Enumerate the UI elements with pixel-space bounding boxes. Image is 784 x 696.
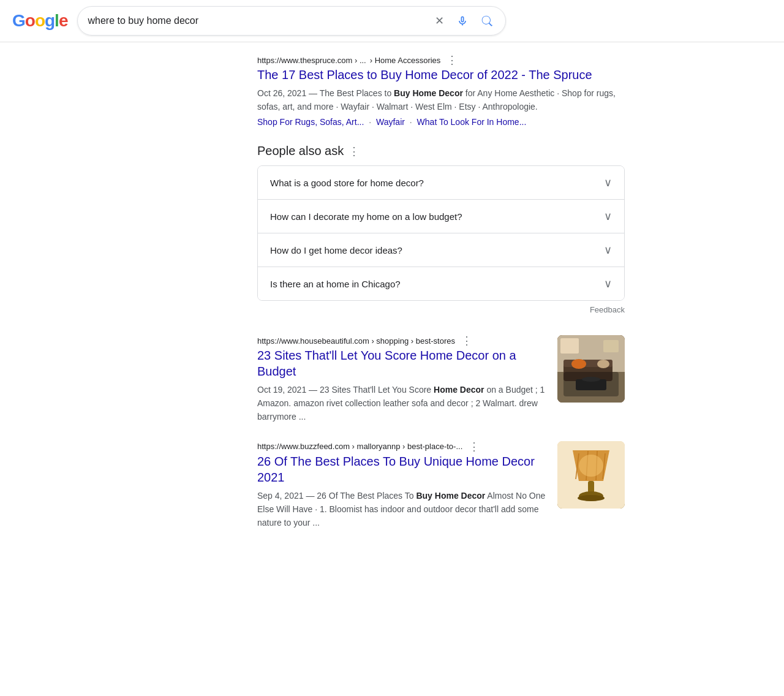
sitelink-3[interactable]: What To Look For In Home... [417,117,527,127]
paa-more-options-button[interactable]: ⋮ [349,145,360,158]
snippet-date-bf: Sep 4, 2021 [257,491,304,501]
result-breadcrumb: › Home Accessories [370,56,441,65]
separator: · [369,117,374,127]
result-snippet: Oct 26, 2021 — The Best Places to Buy Ho… [257,86,625,113]
search-result-spruce: https://www.thespruce.com › ... › Home A… [257,55,625,127]
paa-question-2[interactable]: How can I decorate my home on a low budg… [258,200,624,233]
search-input[interactable] [88,15,426,26]
separator-2: · [410,117,415,127]
paa-header: People also ask ⋮ [257,144,625,158]
chevron-down-icon-2: ∨ [604,210,612,223]
search-result-buzzfeed: https://www.buzzfeed.com › malloryannp ›… [257,441,625,529]
result-title-link-bf[interactable]: 26 Of The Best Places To Buy Unique Home… [257,453,548,485]
paa-title: People also ask [257,144,344,158]
result-snippet-hb: Oct 19, 2021 — 23 Sites That'll Let You … [257,383,548,423]
result-more-options-button-bf[interactable]: ⋮ [466,441,482,452]
search-button[interactable] [478,12,496,29]
svg-rect-9 [560,338,579,354]
snippet-text: — The Best Places to Buy Home Decor for … [257,88,616,112]
result-title-link-hb[interactable]: 23 Sites That'll Let You Score Home Deco… [257,347,548,379]
paa-question-text-4: Is there an at home in Chicago? [270,279,401,289]
thumbnail-image-hb [557,335,625,403]
svg-point-20 [578,495,605,501]
result-more-options-button-hb[interactable]: ⋮ [459,335,475,346]
voice-search-button[interactable] [454,12,471,29]
result-snippet-bf: Sep 4, 2021 — 26 Of The Best Places To B… [257,489,548,529]
svg-rect-2 [557,372,625,403]
main-content: https://www.thespruce.com › ... › Home A… [147,42,637,559]
microphone-icon [456,15,469,27]
result-title-link[interactable]: The 17 Best Places to Buy Home Decor of … [257,67,625,83]
snippet-date-hb: Oct 19, 2021 [257,385,306,395]
thumbnail-image-bf [557,441,625,509]
paa-question-text-2: How can I decorate my home on a low budg… [270,211,462,222]
sitelink-2[interactable]: Wayfair [376,117,405,127]
svg-rect-7 [576,379,606,390]
svg-point-17 [579,455,603,477]
result-url-row-hb: https://www.housebeautiful.com › shoppin… [257,335,548,346]
snippet-date: Oct 26, 2021 [257,88,306,98]
google-logo: Google [12,11,67,31]
paa-question-text-3: How do I get home decor ideas? [270,245,402,255]
svg-point-6 [597,360,609,368]
result-more-options-button[interactable]: ⋮ [444,55,460,66]
paa-question-4[interactable]: Is there an at home in Chicago? ∨ [258,267,624,300]
sitelink-1[interactable]: Shop For Rugs, Sofas, Art... [257,117,364,127]
result-url-bf: https://www.buzzfeed.com › malloryannp ›… [257,442,462,451]
result-url: https://www.thespruce.com › ... [257,56,366,65]
close-icon: ✕ [435,14,444,28]
search-result-housebeautiful: https://www.housebeautiful.com › shoppin… [257,335,625,423]
chevron-down-icon-3: ∨ [604,243,612,257]
paa-question-text-1: What is a good store for home decor? [270,178,424,188]
result-url-row: https://www.thespruce.com › ... › Home A… [257,55,625,66]
result-thumbnail-housebeautiful [557,335,625,403]
people-also-ask-section: People also ask ⋮ What is a good store f… [257,144,625,318]
result-with-thumb: https://www.housebeautiful.com › shoppin… [257,335,625,423]
header: Google ✕ [0,0,784,42]
svg-rect-10 [603,340,619,352]
chevron-down-icon-1: ∨ [604,176,612,189]
feedback-row: Feedback [257,301,625,318]
paa-questions-list: What is a good store for home decor? ∨ H… [257,165,625,301]
svg-point-8 [582,377,600,382]
result-url-row-bf: https://www.buzzfeed.com › malloryannp ›… [257,441,548,452]
search-bar: ✕ [77,6,506,36]
result-thumbnail-buzzfeed [557,441,625,509]
chevron-down-icon-4: ∨ [604,277,612,290]
paa-question-3[interactable]: How do I get home decor ideas? ∨ [258,233,624,267]
svg-point-5 [571,359,586,369]
search-icons: ✕ [432,12,496,30]
search-bar-wrapper: ✕ [77,6,506,36]
search-icon [481,15,493,27]
result-url-hb: https://www.housebeautiful.com › shoppin… [257,336,455,346]
result-sitelinks: Shop For Rugs, Sofas, Art... · Wayfair ·… [257,117,625,127]
result-with-thumb-bf: https://www.buzzfeed.com › malloryannp ›… [257,441,625,529]
clear-button[interactable]: ✕ [432,12,447,30]
result-content-bf: https://www.buzzfeed.com › malloryannp ›… [257,441,548,529]
paa-question-1[interactable]: What is a good store for home decor? ∨ [258,166,624,200]
feedback-text: Feedback [590,305,625,314]
result-content: https://www.housebeautiful.com › shoppin… [257,335,548,423]
